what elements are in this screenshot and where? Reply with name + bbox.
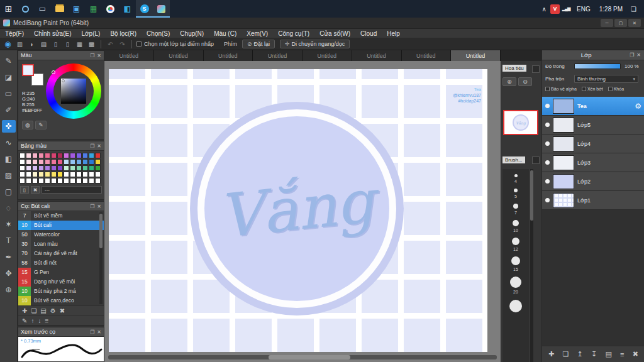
brush-item-6[interactable]: 15G Pen: [18, 268, 104, 277]
tab-1[interactable]: Untitled: [154, 50, 204, 61]
palette-swatch-4[interactable]: [45, 153, 50, 158]
eraser-tool[interactable]: ◪: [2, 71, 16, 84]
close-icon[interactable]: ✕: [636, 52, 641, 58]
zoom-in-icon[interactable]: ⊕: [502, 77, 516, 86]
brush-item-3[interactable]: 30Loan màu: [18, 239, 104, 249]
task-view-icon[interactable]: ▭: [34, 0, 51, 18]
palette-swatch-11[interactable]: [89, 153, 94, 158]
palette-swatch-56[interactable]: [45, 178, 50, 184]
palette-swatch-0[interactable]: [19, 153, 25, 158]
lasso-tool[interactable]: ◌: [2, 202, 16, 214]
text-tool[interactable]: T: [2, 234, 16, 247]
palette-swatch-64[interactable]: [95, 178, 101, 184]
layer-row-Lớp3[interactable]: Lớp3: [542, 153, 644, 172]
move-direction-button[interactable]: ✛ Di chuyển ngang/dọc: [280, 40, 350, 48]
palette-swatch-23[interactable]: [82, 159, 88, 165]
menu-item-11[interactable]: Help: [382, 29, 405, 38]
vscode-icon[interactable]: ◧: [119, 0, 136, 18]
close-icon[interactable]: ✕: [97, 53, 101, 58]
delete-brush-icon[interactable]: ✖: [60, 307, 65, 314]
brush-item-0[interactable]: 7Bút vẽ mềm: [18, 211, 104, 221]
color-wheel[interactable]: [46, 63, 101, 119]
brush-item-7[interactable]: 15Dạng như vẽ môi: [18, 277, 104, 287]
palette-swatch-9[interactable]: [76, 153, 82, 158]
scrollbar-thumb[interactable]: [99, 214, 103, 248]
palette-swatch-10[interactable]: [82, 153, 88, 158]
brush-list-scrollbar[interactable]: [99, 212, 103, 304]
brush-settings-icon[interactable]: ⚙: [50, 307, 56, 314]
brush-size-20[interactable]: 20: [510, 277, 521, 294]
language-indicator[interactable]: ENG: [577, 6, 591, 13]
lock-checkbox[interactable]: Khóa: [608, 87, 624, 91]
close-icon[interactable]: ✕: [97, 143, 101, 149]
palette-swatch-7[interactable]: [64, 153, 69, 158]
brush-item-9[interactable]: 10Bút vẽ caro,deco: [18, 296, 104, 305]
palette-swatch-15[interactable]: [32, 159, 38, 165]
palette-swatch-12[interactable]: [95, 153, 101, 158]
brush-size-collapse-icon[interactable]: [532, 156, 540, 164]
brush-up-icon[interactable]: ↑: [31, 317, 34, 324]
palette-swatch-18[interactable]: [51, 159, 57, 165]
popout-icon[interactable]: ❐: [90, 53, 94, 58]
palette-swatch-30[interactable]: [45, 165, 50, 171]
gradient-tool[interactable]: ▨: [2, 169, 16, 182]
layer-row-Lớp4[interactable]: Lớp4: [542, 134, 644, 153]
hue-marker[interactable]: [52, 70, 55, 74]
checkbox[interactable]: [582, 87, 586, 91]
palette-swatch-19[interactable]: [57, 159, 63, 165]
tab-6[interactable]: Untitled: [402, 50, 452, 61]
size-dot-large[interactable]: [509, 300, 522, 312]
table-view-icon[interactable]: ▩: [86, 40, 97, 49]
palette-swatch-5[interactable]: [51, 153, 57, 158]
layer-row-Lớp2[interactable]: Lớp2: [542, 172, 644, 191]
palette-swatch-58[interactable]: [57, 178, 63, 184]
duplicate-layer-icon[interactable]: ❏: [562, 350, 569, 358]
palette-swatch-51[interactable]: [95, 172, 101, 177]
palette-swatch-13[interactable]: [19, 159, 25, 165]
saturation-value-square[interactable]: [61, 79, 86, 104]
visibility-dot[interactable]: [545, 141, 550, 146]
palette-swatch-38[interactable]: [95, 165, 101, 171]
layer-settings-icon[interactable]: ⚙: [635, 102, 641, 111]
layer-folder-icon[interactable]: ▤: [605, 350, 611, 358]
clipping-checkbox[interactable]: Xén bớt: [582, 87, 603, 91]
palette-swatch-41[interactable]: [32, 172, 38, 177]
brush-item-1[interactable]: 10Bút cali: [18, 221, 104, 230]
material-panel-icon[interactable]: ▤: [38, 40, 50, 49]
medibang-icon[interactable]: [153, 0, 170, 18]
tab-7[interactable]: Untitled: [451, 50, 501, 61]
menu-item-8[interactable]: Công cụ(T): [273, 29, 314, 38]
palette-swatch-6[interactable]: [57, 153, 63, 158]
palette-swatch-36[interactable]: [82, 165, 88, 171]
comment-icon[interactable]: ◗: [26, 40, 38, 49]
file-explorer-icon[interactable]: [51, 0, 68, 18]
minimize-button[interactable]: ─: [601, 19, 613, 27]
popout-icon[interactable]: ❐: [630, 52, 634, 58]
web-color-icon[interactable]: ◍: [22, 121, 33, 129]
foreground-color-swatch[interactable]: [22, 64, 34, 76]
palette-swatch-35[interactable]: [76, 165, 82, 171]
palette-swatch-37[interactable]: [89, 165, 94, 171]
brush-size-15[interactable]: 15: [511, 256, 520, 272]
palette-swatch-52[interactable]: [19, 178, 25, 184]
move-tool[interactable]: ✜: [2, 120, 16, 133]
palette-swatch-29[interactable]: [38, 165, 44, 171]
palette-swatch-62[interactable]: [82, 178, 88, 184]
menu-item-7[interactable]: Xem(V): [242, 29, 273, 38]
palette-swatch-1[interactable]: [26, 153, 31, 158]
reset-button[interactable]: ⊘ Đặt lại: [242, 40, 275, 48]
visibility-dot[interactable]: [545, 198, 550, 202]
tab-2[interactable]: Untitled: [204, 50, 253, 61]
brush-size-12[interactable]: 12: [512, 238, 519, 251]
palette-swatch-48[interactable]: [76, 172, 82, 177]
palette-swatch-34[interactable]: [70, 165, 75, 171]
scrollbar-thumb[interactable]: [530, 170, 533, 221]
brush-tool[interactable]: ✐: [2, 104, 16, 116]
menu-item-9[interactable]: Cửa sổ(W): [314, 29, 355, 38]
zoom-out-icon[interactable]: ⊖: [518, 77, 532, 86]
palette-swatch-50[interactable]: [89, 172, 94, 177]
tab-4[interactable]: Untitled: [303, 50, 352, 61]
add-brush-icon[interactable]: ✚: [22, 307, 27, 314]
menu-item-3[interactable]: Bộ lọc(R): [105, 29, 142, 38]
edit-color-icon[interactable]: ✎: [35, 121, 47, 129]
